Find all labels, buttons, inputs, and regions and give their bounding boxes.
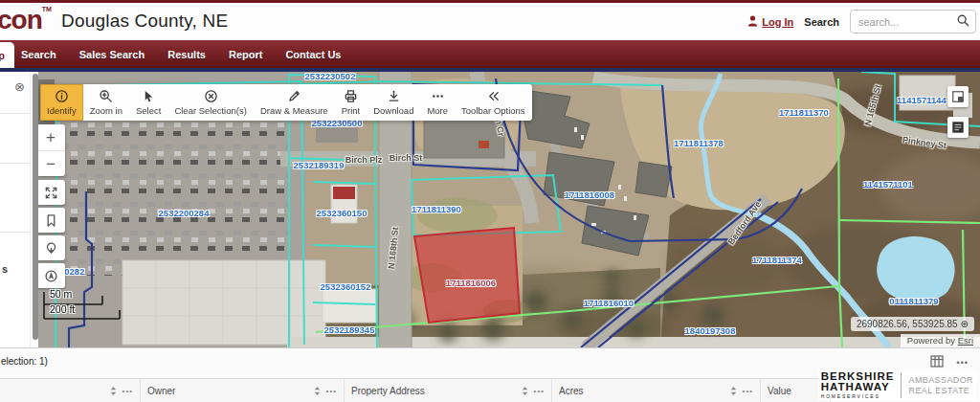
site-header: conTM Douglas County, NE Log In Search [0,3,980,40]
toolbar-label: Download [373,105,413,116]
column-header-owner[interactable]: Owner••• [141,379,345,402]
main-nav: p SearchSales SearchResultsReportContact… [0,40,980,72]
berkshire-hathaway-logo: BERKSHIRE HATHAWAY HOMESERVICES AMBASSAD… [818,370,976,400]
login-link[interactable]: Log In [747,15,793,29]
print-icon [344,89,358,103]
toolbar-zoom-in-button[interactable]: Zoom in [83,84,129,121]
search-input[interactable] [857,15,957,29]
esri-link[interactable]: Esri [958,335,973,346]
more-icon [431,89,445,103]
search-icon[interactable] [957,13,969,31]
overview-map-button[interactable] [947,86,969,107]
panel-divider [0,232,30,233]
brand-left: BERKSHIRE HATHAWAY HOMESERVICES [821,371,895,399]
page-title: Douglas County, NE [61,11,228,32]
map-canvas[interactable]: 2532230502253223050017118160021711811370… [0,72,980,347]
select-icon [142,89,156,103]
brand-real-estate: REAL ESTATE [908,386,973,396]
map-control-default-extent[interactable] [36,180,65,205]
toolbar-select-button[interactable]: Select [129,84,167,121]
toolbar-toolbar-options-button[interactable]: Toolbar Options [455,84,532,121]
toolbar-label: Clear Selection(s) [174,105,247,116]
panel-scrollbar[interactable] [30,72,38,347]
nav-item-sales-search[interactable]: Sales Search [79,49,145,60]
table-tools: ••• [930,354,969,371]
coordinates-readout: 2690826.56, 553925.85⊕ [851,317,974,331]
column-label: Property Address [351,386,425,396]
column-header-property-address[interactable]: Property Address••• [345,379,552,402]
toolbar-label: Zoom in [90,105,122,116]
brand-right: AMBASSADOR REAL ESTATE [908,375,973,395]
map-control-zoom-out[interactable]: − [36,151,65,177]
left-panel: ⊗ s [0,72,30,347]
toolbar-label: Select [136,105,161,116]
identify-icon [55,89,69,103]
map-control-basemap[interactable] [36,235,65,260]
zoom-control-group: +− [36,124,65,176]
table-columns-icon[interactable] [930,354,944,371]
scrollbar-thumb[interactable] [33,74,38,340]
map-toolbar: IdentifyZoom inSelectClear Selection(s)D… [40,84,532,121]
logo-text: con [0,5,42,34]
layers-button[interactable] [947,117,969,138]
column-label: Value [768,386,791,396]
toolbar-more-button[interactable]: More [420,84,455,121]
toolbar-download-button[interactable]: Download [367,84,420,121]
tab-map-active[interactable]: p [0,42,14,68]
nav-item-search[interactable]: Search [21,49,56,60]
toolbar-print-button[interactable]: Print [335,84,368,121]
toolbar-label: Draw & Measure [260,105,328,116]
logo-tm: TM [42,6,52,12]
column-more-icon[interactable]: ••• [534,387,545,395]
selected-parcel-polygon [414,228,520,323]
table-more-icon[interactable]: ••• [957,358,969,368]
user-icon [747,15,758,29]
map-control-locate[interactable] [36,263,65,288]
column-sort-controls[interactable]: ••• [521,386,545,396]
brand-berkshire: BERKSHIRE [821,371,895,382]
clear-icon [204,89,218,103]
map-control-bookmarks[interactable] [36,208,65,233]
nav-item-results[interactable]: Results [167,49,206,60]
column-label: Acres [559,386,584,396]
download-icon [387,89,401,103]
results-table-header: •••Owner•••Property Address•••Acres•••Va… [0,378,831,402]
close-icon[interactable]: ⊗ [14,80,25,93]
login-label: Log In [762,16,793,28]
results-bar: election: 1) ••• •••Owner•••Property Add… [0,347,980,402]
map-control-zoom-in[interactable]: + [36,124,65,151]
toolbar-clear-selection-s-button[interactable]: Clear Selection(s) [167,84,254,121]
zoom-in-icon [99,89,113,103]
beacon-logo[interactable]: conTM [0,5,52,35]
toolbar-label: More [427,105,448,116]
column-more-icon[interactable]: ••• [326,387,337,395]
toolbar-label: Identify [47,105,77,116]
panel-divider [0,113,30,114]
nav-item-contact-us[interactable]: Contact Us [285,49,341,60]
column-sort-controls[interactable]: ••• [729,386,753,396]
header-search-link[interactable]: Search [804,16,839,28]
toolbar-draw-measure-button[interactable]: Draw & Measure [254,84,335,121]
column-header-select[interactable]: ••• [0,379,141,402]
column-label: Owner [147,386,175,396]
brand-hathaway: HATHAWAY [821,382,895,392]
toolbar-label: Toolbar Options [461,105,525,116]
column-more-icon[interactable]: ••• [743,387,753,395]
column-more-icon[interactable]: ••• [122,387,133,395]
column-sort-controls[interactable]: ••• [109,386,133,396]
crosshair-icon: ⊕ [961,319,969,329]
collapse-icon [486,89,501,103]
nav-item-report[interactable]: Report [229,49,262,60]
brand-divider [901,372,902,398]
beacon-gis-page: conTM Douglas County, NE Log In Search p… [0,0,980,402]
toolbar-label: Print [342,105,361,116]
map-attribution: Powered by Esri [901,334,980,347]
header-search-box [850,10,976,34]
column-header-acres[interactable]: Acres••• [552,379,761,402]
draw-icon [287,89,301,103]
panel-divider [0,163,30,164]
selection-count: election: 1) [1,356,48,367]
toolbar-identify-button[interactable]: Identify [40,84,83,121]
column-sort-controls[interactable]: ••• [313,386,337,396]
panel-text-fragment: s [2,263,8,275]
